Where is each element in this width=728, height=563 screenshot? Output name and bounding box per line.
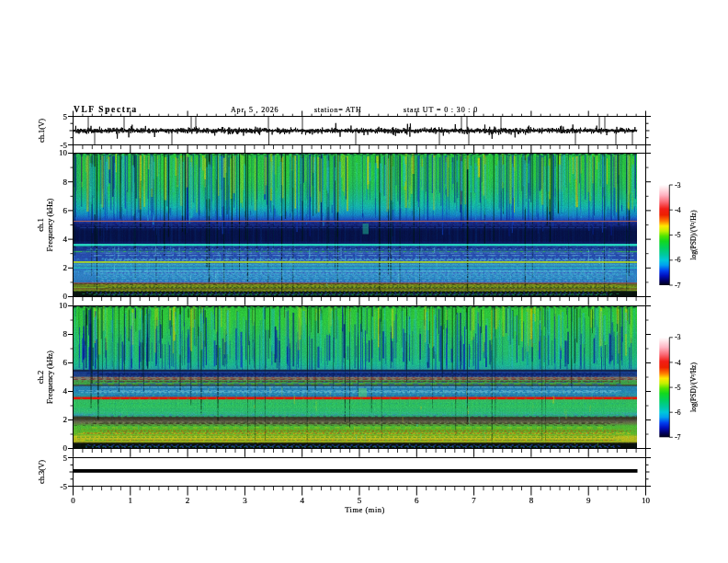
svg-text:-7: -7 [675, 282, 680, 290]
svg-text:8: 8 [529, 496, 534, 505]
svg-text:-6: -6 [675, 408, 680, 417]
svg-text:log(PSD)/(V²/Hz): log(PSD)/(V²/Hz) [689, 362, 698, 412]
svg-text:5: 5 [358, 496, 362, 505]
svg-text:-6: -6 [675, 256, 680, 264]
svg-text:8: 8 [63, 178, 68, 187]
svg-text:3: 3 [243, 496, 247, 505]
svg-text:5: 5 [63, 454, 68, 463]
svg-text:Time (min): Time (min) [345, 505, 385, 514]
svg-text:7: 7 [472, 496, 476, 505]
svg-text:4: 4 [300, 496, 304, 505]
svg-text:-5: -5 [675, 231, 680, 239]
svg-text:-3: -3 [675, 181, 680, 190]
svg-text:6: 6 [63, 358, 68, 367]
svg-text:0: 0 [63, 292, 68, 301]
svg-text:VLF Spectra: VLF Spectra [74, 105, 138, 114]
svg-text:6: 6 [415, 496, 419, 505]
svg-text:start UT = 0 : 30 : 0: start UT = 0 : 30 : 0 [404, 106, 478, 114]
svg-text:1: 1 [129, 496, 133, 505]
svg-text:Frequency (kHz): Frequency (kHz) [45, 198, 54, 251]
svg-text:-7: -7 [675, 433, 680, 442]
svg-text:Frequency (kHz): Frequency (kHz) [45, 350, 54, 404]
svg-text:4: 4 [63, 386, 68, 396]
svg-text:0: 0 [71, 496, 75, 505]
svg-text:0: 0 [63, 443, 68, 453]
svg-text:-3: -3 [675, 333, 680, 341]
svg-text:2: 2 [186, 496, 190, 505]
svg-text:ch.3(V): ch.3(V) [37, 460, 46, 484]
svg-text:-4: -4 [675, 359, 680, 367]
svg-text:-4: -4 [675, 206, 680, 214]
svg-text:ch.2: ch.2 [36, 371, 45, 384]
svg-text:8: 8 [63, 329, 68, 339]
svg-text:log(PSD)/(V²/Hz): log(PSD)/(V²/Hz) [689, 210, 698, 259]
svg-text:Apr. 5 , 2026: Apr. 5 , 2026 [231, 106, 279, 114]
svg-text:-5: -5 [675, 384, 680, 392]
svg-text:ch.1: ch.1 [36, 218, 45, 231]
svg-text:6: 6 [63, 206, 68, 215]
svg-text:4: 4 [63, 235, 68, 244]
svg-text:2: 2 [63, 263, 68, 272]
svg-text:-5: -5 [61, 482, 68, 491]
svg-text:10: 10 [59, 148, 68, 157]
svg-text:station= ATH: station= ATH [314, 106, 361, 114]
svg-text:5: 5 [63, 112, 68, 121]
svg-text:ch.1(V): ch.1(V) [37, 119, 46, 143]
svg-text:10: 10 [59, 301, 68, 310]
svg-text:10: 10 [642, 496, 651, 505]
svg-text:2: 2 [63, 415, 68, 424]
svg-text:9: 9 [586, 496, 591, 505]
